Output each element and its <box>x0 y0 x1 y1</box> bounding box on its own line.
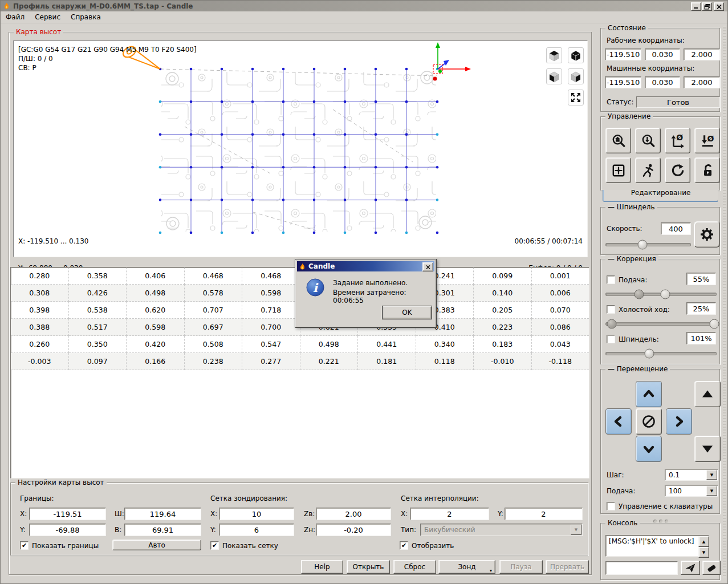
minimize-button[interactable] <box>691 2 701 11</box>
table-cell[interactable]: 0.517 <box>69 319 127 336</box>
edit-button[interactable]: Редактирование <box>603 190 718 202</box>
rapid-override-slider[interactable] <box>605 322 717 326</box>
viewport-3d[interactable]: [GC:G0 G54 G17 G21 G90 G94 M5 M9 T0 F20 … <box>13 40 588 257</box>
open-button[interactable]: Открыть <box>347 560 390 574</box>
collapse-toggle-icon[interactable]: — <box>608 255 615 263</box>
combo-arrow-icon[interactable]: ▼ <box>706 486 717 496</box>
table-cell[interactable]: 0.620 <box>127 302 185 319</box>
home-search-button[interactable] <box>605 128 631 153</box>
spindle-speed-slider[interactable] <box>605 243 691 246</box>
menu-service[interactable]: Сервис <box>30 11 66 23</box>
table-cell[interactable]: 0.468 <box>185 267 243 285</box>
table-cell[interactable]: -0.118 <box>532 353 589 370</box>
checkbox-unchecked-icon[interactable] <box>607 335 615 343</box>
show-interp-checkbox[interactable]: ✔ Отобразить <box>400 541 454 550</box>
rapid-override-checkbox[interactable]: Холостой ход: <box>607 305 670 314</box>
table-cell[interactable]: 0.508 <box>185 336 243 353</box>
table-cell[interactable]: 0.441 <box>358 336 416 353</box>
spindle-speed-input[interactable]: 400 <box>661 222 691 235</box>
spindle-toggle-button[interactable] <box>694 221 720 248</box>
table-cell[interactable]: 0.538 <box>69 302 127 319</box>
dialog-close-button[interactable] <box>422 262 433 271</box>
title-bar[interactable]: Профиль снаружи_М-D0.6MM_TS.tap - Candle <box>1 1 727 11</box>
table-cell[interactable]: 0.140 <box>474 285 532 302</box>
table-cell[interactable]: 0.707 <box>185 302 243 319</box>
checkbox-checked-icon[interactable]: ✔ <box>20 541 29 550</box>
view-iso-button[interactable] <box>568 47 584 63</box>
menu-help[interactable]: Справка <box>66 11 106 23</box>
table-cell[interactable]: 0.001 <box>532 267 589 285</box>
table-cell[interactable]: 0.498 <box>300 336 359 353</box>
table-cell[interactable]: -0.010 <box>474 353 532 370</box>
jog-x-minus-button[interactable] <box>605 408 632 435</box>
scroll-down-icon[interactable]: ▼ <box>698 547 709 558</box>
slider-handle-current[interactable] <box>635 290 644 299</box>
collapse-toggle-icon[interactable]: — <box>608 365 615 373</box>
table-cell[interactable]: 0.277 <box>242 353 300 370</box>
spindle-override-checkbox[interactable]: Шпиндель: <box>607 335 659 343</box>
table-cell[interactable]: 0.598 <box>127 319 185 336</box>
table-cell[interactable]: 0.350 <box>69 336 127 353</box>
interp-y-input[interactable]: 2 <box>505 508 583 520</box>
show-borders-checkbox[interactable]: ✔ Показать границы <box>20 541 99 550</box>
jog-feed-combo[interactable]: 100 ▼ <box>665 485 718 497</box>
table-cell[interactable]: -0.003 <box>11 353 69 370</box>
probe-button[interactable]: Зонд ▾ <box>438 560 495 574</box>
auto-button[interactable]: Авто <box>112 540 201 550</box>
table-cell[interactable]: 0.498 <box>127 285 185 302</box>
dialog-ok-button[interactable]: OK <box>382 306 432 319</box>
checkbox-checked-icon[interactable]: ✔ <box>400 541 408 550</box>
checkbox-unchecked-icon[interactable] <box>607 275 615 284</box>
table-cell[interactable]: 0.406 <box>127 267 185 285</box>
close-button[interactable] <box>714 2 724 11</box>
interp-x-input[interactable]: 2 <box>410 508 489 520</box>
probe-x-input[interactable]: 10 <box>219 508 294 520</box>
reset-machine-button[interactable] <box>665 157 690 183</box>
table-cell[interactable]: 0.260 <box>11 336 69 353</box>
slider-handle-target[interactable] <box>661 290 670 299</box>
table-cell[interactable]: 0.468 <box>242 267 300 285</box>
table-cell[interactable]: 0.426 <box>69 285 127 302</box>
table-cell[interactable]: 0.718 <box>242 302 300 319</box>
table-cell[interactable]: 0.043 <box>532 336 589 353</box>
table-cell[interactable]: 0.221 <box>300 353 359 370</box>
jog-x-plus-button[interactable] <box>666 408 692 435</box>
table-cell[interactable]: 0.547 <box>242 336 300 353</box>
dropdown-arrow-icon[interactable]: ▾ <box>490 568 492 573</box>
console-input[interactable] <box>605 561 678 575</box>
jog-y-plus-button[interactable] <box>636 381 662 407</box>
z-top-input[interactable]: 2.00 <box>316 508 391 520</box>
table-cell[interactable]: 0.099 <box>474 267 532 285</box>
checkbox-checked-icon[interactable]: ✔ <box>210 541 219 550</box>
panel-scrollbar[interactable] <box>723 26 726 578</box>
menu-file[interactable]: Файл <box>1 11 30 23</box>
table-cell[interactable]: 0.118 <box>416 353 474 370</box>
slider-handle-current[interactable] <box>607 319 617 329</box>
probe-y-input[interactable]: 6 <box>219 524 294 536</box>
show-grid-checkbox[interactable]: ✔ Показать сетку <box>210 541 278 550</box>
table-cell[interactable]: 0.238 <box>185 353 243 370</box>
feed-override-slider[interactable] <box>605 293 717 296</box>
table-cell[interactable]: 0.280 <box>11 267 69 285</box>
spindle-override-slider[interactable] <box>605 352 717 355</box>
collapse-toggle-icon[interactable]: — <box>608 203 615 211</box>
jog-stop-button[interactable] <box>636 408 662 435</box>
jog-z-plus-button[interactable] <box>694 381 721 407</box>
table-cell[interactable]: 0.097 <box>69 353 127 370</box>
scroll-up-icon[interactable]: ▲ <box>698 536 709 547</box>
checkbox-unchecked-icon[interactable] <box>607 502 615 510</box>
zero-xy-button[interactable]: Ø <box>665 128 690 153</box>
z-bottom-input[interactable]: -0.20 <box>316 524 391 536</box>
border-h-input[interactable]: 69.91 <box>124 524 201 536</box>
view-right-button[interactable] <box>568 68 584 84</box>
console-scrollbar[interactable]: ▲ ▼ <box>698 536 708 555</box>
table-cell[interactable]: 0.166 <box>127 353 185 370</box>
safe-position-button[interactable] <box>635 157 661 183</box>
table-cell[interactable]: 0.070 <box>532 302 589 319</box>
jog-z-minus-button[interactable] <box>694 436 721 462</box>
keyboard-control-checkbox[interactable]: Управление с клавиатуры <box>607 502 713 510</box>
combo-arrow-icon[interactable]: ▼ <box>571 525 581 535</box>
jog-step-combo[interactable]: 0.1 ▼ <box>665 469 718 481</box>
dialog-title-bar[interactable]: Candle <box>297 261 434 271</box>
z-probe-button[interactable] <box>635 128 661 153</box>
